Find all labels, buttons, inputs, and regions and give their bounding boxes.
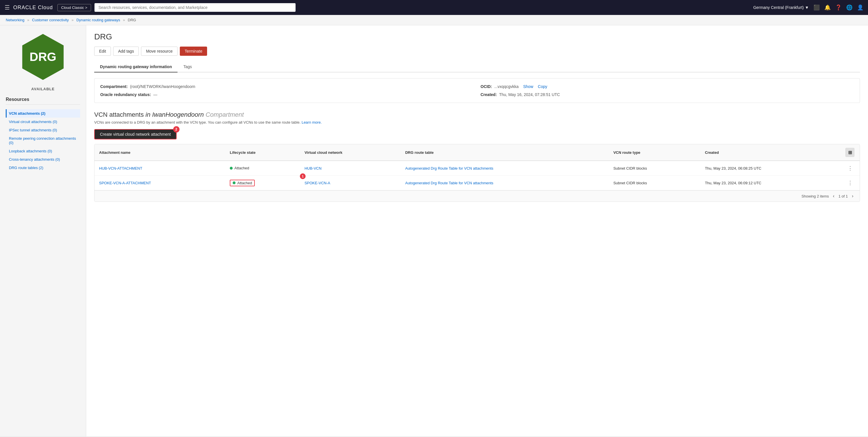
sidebar-item-2[interactable]: IPSec tunnel attachments (0) — [6, 126, 80, 134]
breadcrumb-networking[interactable]: Networking — [6, 18, 24, 22]
col-attachment-name: Attachment name — [94, 144, 225, 161]
attachment-name-link[interactable]: SPOKE-VCN-A-ATTACHMENT — [99, 181, 151, 185]
redundancy-row: Oracle redundancy status: — — [100, 92, 474, 97]
resources-title: Resources — [6, 97, 80, 105]
sidebar-item-6[interactable]: DRG route tables (2) — [6, 164, 80, 172]
created-date: Thu, May 23, 2024, 06:09:12 UTC — [700, 176, 841, 190]
kebab-menu-button[interactable]: ⋮ — [845, 165, 855, 172]
created-date: Thu, May 23, 2024, 06:08:25 UTC — [700, 161, 841, 176]
vcn-attachments-table: Attachment name Lifecycle state Virtual … — [94, 144, 860, 202]
pagination-info: 1 of 1 — [838, 194, 848, 198]
breadcrumb: Networking » Customer connectivity » Dyn… — [0, 15, 868, 25]
compartment-value: (root)/NETWORK/IwanHoogendoorn — [130, 84, 195, 89]
hexagon-label: DRG — [30, 51, 56, 63]
row-badge: 1 — [300, 173, 306, 179]
create-btn-container: Create virtual cloud network attachment … — [94, 129, 177, 140]
add-tags-button[interactable]: Add tags — [113, 47, 139, 56]
created-row: Created: Thu, May 16, 2024, 07:28:51 UTC — [480, 92, 854, 97]
col-lifecycle-state: Lifecycle state — [225, 144, 300, 161]
ocid-row: OCID: ...vxqqcgvkka Show Copy — [480, 84, 854, 89]
table-footer: Showing 2 items ‹ 1 of 1 › — [94, 190, 860, 202]
pagination-prev-button[interactable]: ‹ — [831, 193, 836, 199]
console-icon[interactable]: ⬛ — [813, 4, 820, 11]
create-button-badge: 2 — [173, 126, 180, 133]
content-area: DRG Edit Add tags Move resource Terminat… — [86, 25, 868, 436]
col-settings: ⊞ — [841, 144, 860, 161]
ocid-label: OCID: — [480, 84, 492, 89]
pagination-next-button[interactable]: › — [850, 193, 855, 199]
ocid-copy-link[interactable]: Copy — [538, 84, 548, 89]
created-label: Created: — [480, 92, 497, 97]
redundancy-value: — — [153, 92, 157, 97]
status-badge-highlighted: Attached — [230, 180, 255, 186]
oracle-logo: ORACLE Cloud — [13, 5, 53, 11]
learn-more-link[interactable]: Learn more. — [302, 120, 322, 124]
help-icon[interactable]: ❓ — [835, 4, 842, 11]
cloud-classic-button[interactable]: Cloud Classic > — [57, 4, 91, 11]
create-vcn-attachment-button[interactable]: Create virtual cloud network attachment — [94, 129, 177, 140]
status-attached: Attached — [230, 166, 249, 170]
table-row: HUB-VCN-ATTACHMENTAttachedHUB-VCNAutogen… — [94, 161, 860, 176]
globe-icon[interactable]: 🌐 — [846, 4, 852, 11]
tabs-container: Dynamic routing gateway information Tags — [94, 61, 860, 72]
drg-route-table-link[interactable]: Autogenerated Drg Route Table for VCN at… — [405, 166, 493, 171]
edit-button[interactable]: Edit — [94, 47, 111, 56]
hamburger-icon[interactable]: ☰ — [5, 4, 10, 11]
compartment-row: Compartment: (root)/NETWORK/IwanHoogendo… — [100, 84, 474, 89]
vcn-section-description: VCNs are connected to a DRG by an attach… — [94, 120, 860, 124]
vcn-link[interactable]: SPOKE-VCN-A — [305, 181, 330, 185]
drg-icon-container: DRG AVAILABLE — [6, 31, 80, 91]
vcn-section-title: VCN attachments in IwanHoogendoorn Compa… — [94, 111, 860, 118]
search-input[interactable] — [94, 3, 296, 12]
breadcrumb-customer-connectivity[interactable]: Customer connectivity — [32, 18, 69, 22]
table-body: HUB-VCN-ATTACHMENTAttachedHUB-VCNAutogen… — [94, 161, 860, 190]
table-row: SPOKE-VCN-A-ATTACHMENTAttached1SPOKE-VCN… — [94, 176, 860, 190]
nav-right: Germany Central (Frankfurt) ▼ ⬛ 🔔 ❓ 🌐 👤 — [753, 4, 863, 11]
attachments-table: Attachment name Lifecycle state Virtual … — [94, 144, 860, 190]
ocid-value: ...vxqqcgvkka — [494, 84, 519, 89]
table-settings-icon[interactable]: ⊞ — [845, 148, 855, 157]
user-icon[interactable]: 👤 — [857, 4, 863, 11]
status-badge: AVAILABLE — [31, 87, 55, 91]
breadcrumb-current: DRG — [128, 18, 136, 22]
tab-info[interactable]: Dynamic routing gateway information — [94, 61, 178, 72]
drg-route-table-link[interactable]: Autogenerated Drg Route Table for VCN at… — [405, 181, 493, 185]
sidebar-nav: VCN attachments (2)Virtual circuit attac… — [6, 109, 80, 172]
main-layout: DRG AVAILABLE Resources VCN attachments … — [0, 25, 868, 436]
sidebar-item-1[interactable]: Virtual circuit attachments (0) — [6, 118, 80, 126]
bell-icon[interactable]: 🔔 — [824, 4, 831, 11]
sidebar-item-5[interactable]: Cross-tenancy attachments (0) — [6, 155, 80, 164]
action-buttons: Edit Add tags Move resource Terminate — [94, 47, 860, 56]
vcn-route-type: Subnet CIDR blocks — [609, 176, 700, 190]
breadcrumb-dynamic-routing-gateways[interactable]: Dynamic routing gateways — [76, 18, 120, 22]
top-navigation: ☰ ORACLE Cloud Cloud Classic > Germany C… — [0, 0, 868, 15]
info-panel: Compartment: (root)/NETWORK/IwanHoogendo… — [94, 78, 860, 103]
move-resource-button[interactable]: Move resource — [141, 47, 178, 56]
hexagon-shape: DRG — [20, 34, 66, 80]
col-drg-route-table: DRG route table — [401, 144, 609, 161]
col-created: Created — [700, 144, 841, 161]
region-selector[interactable]: Germany Central (Frankfurt) ▼ — [753, 5, 809, 10]
hexagon-container: DRG — [17, 31, 69, 83]
table-header-row: Attachment name Lifecycle state Virtual … — [94, 144, 860, 161]
info-grid: Compartment: (root)/NETWORK/IwanHoogendo… — [100, 84, 854, 97]
compartment-label: Compartment: — [100, 84, 128, 89]
terminate-button[interactable]: Terminate — [180, 47, 207, 56]
sidebar-item-4[interactable]: Loopback attachments (0) — [6, 147, 80, 155]
redundancy-label: Oracle redundancy status: — [100, 92, 151, 97]
page-title: DRG — [94, 32, 860, 41]
ocid-show-link[interactable]: Show — [523, 84, 533, 89]
created-value: Thu, May 16, 2024, 07:28:51 UTC — [499, 92, 560, 97]
vcn-route-type: Subnet CIDR blocks — [609, 161, 700, 176]
kebab-menu-button[interactable]: ⋮ — [845, 179, 855, 186]
sidebar-item-3[interactable]: Remote peering connection attachments (0… — [6, 134, 80, 147]
col-vcn: Virtual cloud network — [300, 144, 401, 161]
col-vcn-route-type: VCN route type — [609, 144, 700, 161]
attachment-name-link[interactable]: HUB-VCN-ATTACHMENT — [99, 166, 142, 171]
vcn-link[interactable]: HUB-VCN — [305, 166, 321, 171]
showing-items: Showing 2 items — [801, 194, 829, 198]
tab-tags[interactable]: Tags — [178, 61, 197, 72]
sidebar-item-0[interactable]: VCN attachments (2) — [6, 109, 80, 118]
left-panel: DRG AVAILABLE Resources VCN attachments … — [0, 25, 86, 436]
